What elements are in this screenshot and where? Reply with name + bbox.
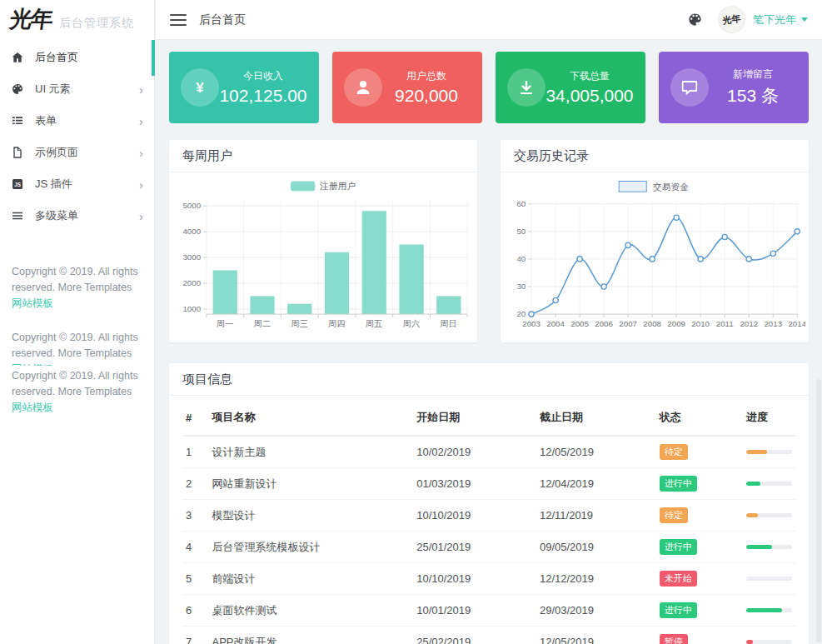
cell-index: 7 bbox=[182, 627, 209, 644]
user-avatar[interactable]: 光年 bbox=[716, 4, 747, 35]
cell-start-date: 10/10/2019 bbox=[413, 500, 536, 532]
copyright-block: Copyright © 2019. All rights reserved. M… bbox=[0, 330, 154, 366]
transaction-history-line-chart: 2030405060200320042005200620072008200920… bbox=[504, 174, 805, 339]
theme-palette-icon[interactable] bbox=[687, 12, 703, 27]
main-area: 后台首页 光年 笔下光年 ¥ 今日收入 102,125.00 用户总数 920,… bbox=[156, 0, 822, 644]
cell-end-date: 12/05/2019 bbox=[536, 627, 656, 644]
sidebar-item-label: UI 元素 bbox=[35, 82, 71, 97]
table-row: 4 后台管理系统模板设计 25/01/2019 09/05/2019 进行中 bbox=[182, 532, 795, 563]
sidebar-item-label: JS 插件 bbox=[35, 177, 72, 192]
svg-text:50: 50 bbox=[516, 227, 526, 236]
cell-start-date: 25/01/2019 bbox=[413, 532, 536, 563]
template-link[interactable]: 网站模板 bbox=[12, 297, 53, 309]
svg-text:周二: 周二 bbox=[254, 319, 271, 328]
status-badge: 进行中 bbox=[660, 602, 697, 618]
sidebar-item-label: 示例页面 bbox=[35, 145, 78, 160]
cell-project-name: APP改版开发 bbox=[209, 627, 414, 644]
home-icon bbox=[11, 51, 24, 64]
sidebar-item-palette[interactable]: UI 元素 › bbox=[0, 73, 154, 105]
sidebar-menu: 后台首页 UI 元素 › 表单 › 示例页面 › JS JS 插件 › 多级菜单… bbox=[0, 42, 154, 232]
cell-start-date: 10/02/2019 bbox=[413, 436, 536, 468]
col-header-end: 截止日期 bbox=[536, 399, 656, 436]
stat-card-value: 34,005,000 bbox=[546, 86, 634, 106]
progress-bar bbox=[746, 608, 792, 612]
svg-text:周五: 周五 bbox=[366, 319, 382, 328]
cell-index: 4 bbox=[182, 532, 209, 563]
copyright-block: Copyright © 2019. All rights reserved. M… bbox=[0, 368, 154, 416]
app-logo[interactable]: 光年 后台管理系统 bbox=[0, 0, 154, 40]
page-scrollbar[interactable] bbox=[815, 0, 822, 644]
stat-card: ¥ 今日收入 102,125.00 bbox=[169, 52, 319, 123]
cell-end-date: 09/05/2019 bbox=[536, 532, 656, 563]
cell-project-name: 前端设计 bbox=[209, 563, 414, 595]
stat-card-label: 下载总量 bbox=[546, 69, 634, 83]
table-row: 3 模型设计 10/10/2019 12/11/2019 待定 bbox=[182, 500, 795, 532]
svg-text:周四: 周四 bbox=[328, 319, 345, 328]
copyright-text: Copyright © 2019. All rights reserved. M… bbox=[12, 332, 138, 359]
user-menu[interactable]: 笔下光年 bbox=[753, 12, 808, 27]
chevron-right-icon: › bbox=[139, 210, 143, 222]
table-row: 5 前端设计 10/10/2019 12/12/2019 未开始 bbox=[182, 563, 795, 595]
cell-index: 5 bbox=[182, 563, 209, 595]
status-badge: 暂停 bbox=[660, 634, 688, 644]
stat-card: 新增留言 153 条 bbox=[659, 52, 809, 123]
progress-bar bbox=[746, 545, 792, 549]
project-info-panel: 项目信息 # 项目名称 开始日期 截止日期 状态 进度 1 设计新 bbox=[169, 363, 809, 644]
sidebar-item-js[interactable]: JS JS 插件 › bbox=[0, 168, 154, 200]
sidebar-item-form[interactable]: 表单 › bbox=[0, 105, 154, 137]
col-header-start: 开始日期 bbox=[413, 399, 536, 436]
top-navbar: 后台首页 光年 笔下光年 bbox=[156, 0, 822, 40]
progress-bar bbox=[746, 640, 792, 644]
cell-index: 1 bbox=[182, 436, 209, 468]
svg-text:JS: JS bbox=[14, 182, 21, 187]
transaction-history-panel: 交易历史记录 203040506020032004200520062007200… bbox=[501, 140, 809, 342]
status-badge: 未开始 bbox=[660, 571, 697, 587]
progress-fill bbox=[746, 513, 758, 517]
progress-bar bbox=[746, 577, 792, 581]
sidebar-item-home[interactable]: 后台首页 bbox=[0, 42, 154, 73]
svg-text:2013: 2013 bbox=[764, 319, 782, 328]
svg-text:2009: 2009 bbox=[667, 319, 685, 328]
svg-text:3000: 3000 bbox=[182, 252, 201, 262]
status-badge: 待定 bbox=[660, 507, 688, 523]
svg-text:2012: 2012 bbox=[740, 319, 758, 328]
cell-end-date: 29/03/2019 bbox=[536, 595, 656, 627]
svg-text:2004: 2004 bbox=[546, 319, 565, 328]
chevron-right-icon: › bbox=[139, 115, 143, 127]
svg-text:周日: 周日 bbox=[441, 319, 457, 328]
stat-card: 下载总量 34,005,000 bbox=[496, 52, 645, 123]
project-table: # 项目名称 开始日期 截止日期 状态 进度 1 设计新主题 10/02/201… bbox=[182, 399, 795, 644]
svg-text:2005: 2005 bbox=[570, 319, 589, 328]
sidebar-item-menu[interactable]: 多级菜单 › bbox=[0, 200, 154, 232]
sidebar-item-page[interactable]: 示例页面 › bbox=[0, 137, 154, 168]
progress-fill bbox=[746, 640, 753, 644]
content: ¥ 今日收入 102,125.00 用户总数 920,000 下载总量 34,0… bbox=[156, 40, 822, 644]
sidebar-toggle-icon[interactable] bbox=[170, 14, 187, 26]
page-title: 后台首页 bbox=[199, 12, 246, 27]
svg-text:1000: 1000 bbox=[182, 304, 201, 313]
sidebar-item-label: 表单 bbox=[35, 113, 57, 128]
table-row: 7 APP改版开发 25/02/2019 12/05/2019 暂停 bbox=[182, 627, 795, 644]
table-header-row: # 项目名称 开始日期 截止日期 状态 进度 bbox=[182, 399, 795, 436]
comment-icon bbox=[670, 68, 709, 107]
svg-text:周六: 周六 bbox=[403, 319, 420, 328]
svg-text:5000: 5000 bbox=[182, 201, 201, 210]
stat-card: 用户总数 920,000 bbox=[332, 52, 482, 123]
table-row: 6 桌面软件测试 10/01/2019 29/03/2019 进行中 bbox=[182, 595, 795, 627]
cell-start-date: 25/02/2019 bbox=[413, 627, 536, 644]
progress-bar bbox=[746, 482, 792, 486]
svg-text:周三: 周三 bbox=[291, 319, 308, 328]
template-link[interactable]: 网站模板 bbox=[12, 363, 53, 366]
cell-start-date: 10/10/2019 bbox=[413, 563, 536, 595]
status-badge: 进行中 bbox=[660, 539, 697, 555]
form-icon bbox=[11, 114, 24, 127]
svg-text:周一: 周一 bbox=[217, 319, 233, 328]
cell-index: 2 bbox=[182, 468, 209, 500]
sidebar-footers: Copyright © 2019. All rights reserved. M… bbox=[0, 264, 154, 416]
svg-text:¥: ¥ bbox=[196, 80, 204, 96]
template-link[interactable]: 网站模板 bbox=[12, 402, 53, 413]
status-badge: 待定 bbox=[660, 444, 688, 460]
scrollbar-thumb[interactable] bbox=[816, 379, 821, 642]
download-icon bbox=[507, 68, 546, 107]
cell-end-date: 12/11/2019 bbox=[536, 500, 656, 532]
